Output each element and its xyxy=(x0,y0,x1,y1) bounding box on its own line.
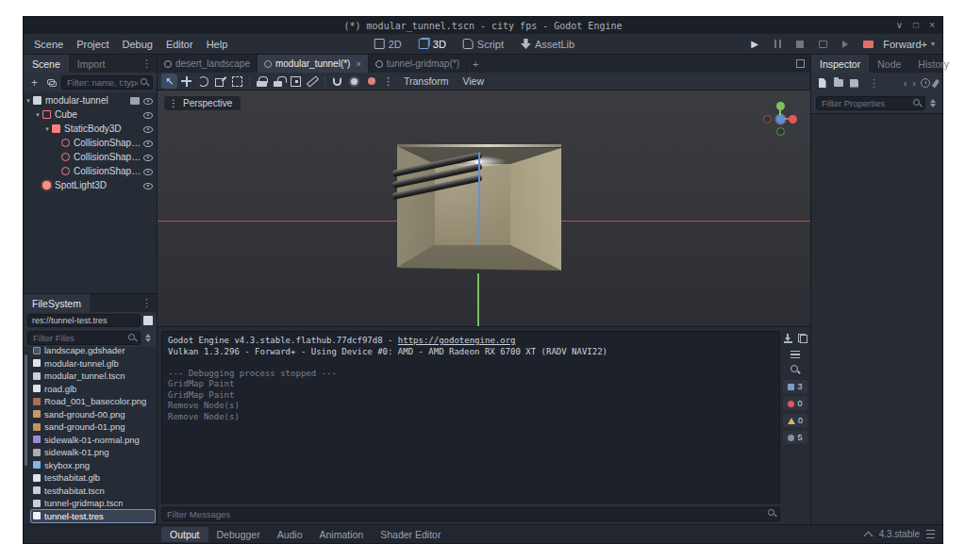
group-button[interactable] xyxy=(288,74,304,89)
view-options-icon[interactable]: ⋮ xyxy=(380,74,396,89)
bottom-tab-animation[interactable]: Animation xyxy=(311,527,373,542)
tab-inspector[interactable]: Inspector xyxy=(811,55,869,73)
list-select-button[interactable] xyxy=(229,74,245,89)
save-log-button[interactable] xyxy=(782,332,794,344)
new-resource-button[interactable] xyxy=(816,77,828,90)
log-link[interactable]: https://godotengine.org xyxy=(398,336,516,345)
gizmo-z-dot[interactable] xyxy=(776,115,785,124)
play-button[interactable]: ▶ xyxy=(747,37,762,52)
viewport-3d[interactable]: ⋮ Perspective xyxy=(158,91,810,326)
file-row[interactable]: modular-tunnel.glb xyxy=(31,357,155,371)
perspective-menu[interactable]: ⋮ Perspective xyxy=(164,96,241,110)
gizmo-x-dot[interactable] xyxy=(789,115,797,124)
filter-log-badge[interactable]: 3 xyxy=(783,380,807,393)
view-axis-gizmo[interactable] xyxy=(763,102,797,136)
scene-tab-modular-tunnel[interactable]: modular_tunnel(*)× xyxy=(258,55,369,73)
mode-script-button[interactable]: Script xyxy=(457,37,510,52)
menu-debug[interactable]: Debug xyxy=(115,37,158,52)
bottom-tab-output[interactable]: Output xyxy=(161,527,208,542)
property-filter-input[interactable] xyxy=(816,96,925,110)
renderer-dropdown[interactable]: Forward+ ▾ xyxy=(883,39,935,50)
snap-button[interactable] xyxy=(329,74,345,89)
visibility-eye-icon[interactable] xyxy=(142,180,154,190)
file-row[interactable]: tunnel-gridmap.tscn xyxy=(31,497,155,510)
pin-icon[interactable] xyxy=(932,78,940,88)
tree-node-modular-tunnel[interactable]: ▾ modular-tunnel xyxy=(24,93,157,107)
gizmo-y-dot[interactable] xyxy=(776,102,785,110)
tree-node-cube[interactable]: ▾ Cube xyxy=(24,107,157,122)
collapse-icon[interactable]: ▾ xyxy=(24,97,33,105)
mode-2d-button[interactable]: 2D xyxy=(368,37,408,52)
inspector-menu-icon[interactable]: ⋮ xyxy=(957,55,965,73)
file-row[interactable]: sand-ground-00.png xyxy=(31,408,155,421)
history-back-icon[interactable]: ‹ xyxy=(903,77,908,89)
preview-sun-button[interactable] xyxy=(346,74,362,89)
minimize-icon[interactable]: ∨ xyxy=(896,21,903,30)
toggle-split-mode-icon[interactable] xyxy=(143,316,153,325)
save-resource-button[interactable] xyxy=(848,77,860,90)
tab-scene[interactable]: Scene xyxy=(24,55,69,73)
gizmo-neg-x-dot[interactable] xyxy=(763,115,772,124)
scene-tab-desert-landscape[interactable]: desert_landscape xyxy=(158,55,258,73)
message-filter-input[interactable] xyxy=(161,507,780,521)
scene-dock-menu-icon[interactable]: ⋮ xyxy=(137,55,157,73)
scene-tab-tunnel-gridmap[interactable]: tunnel-gridmap(*) xyxy=(369,55,467,73)
scale-tool-button[interactable] xyxy=(212,74,228,89)
unlock-button[interactable] xyxy=(271,74,287,89)
filter-error-badge[interactable]: 0 xyxy=(783,397,807,410)
instance-scene-button[interactable] xyxy=(44,75,58,90)
stop-button[interactable] xyxy=(792,37,807,52)
collapse-icon[interactable]: ▾ xyxy=(33,111,42,119)
tree-node-staticbody3d[interactable]: ▾ StaticBody3D xyxy=(24,122,157,136)
movie-maker-button[interactable] xyxy=(860,37,875,52)
ruler-button[interactable] xyxy=(305,74,321,89)
expand-bottom-panel-icon[interactable] xyxy=(865,531,873,538)
sort-files-icon[interactable] xyxy=(143,333,153,343)
maximize-icon[interactable]: □ xyxy=(913,21,919,30)
move-tool-button[interactable] xyxy=(178,74,194,89)
filter-message-badge[interactable]: 5 xyxy=(783,431,807,444)
mode-3d-button[interactable]: 3D xyxy=(412,37,453,52)
view-menu[interactable]: View xyxy=(456,75,491,87)
menu-project[interactable]: Project xyxy=(70,37,115,52)
add-node-button[interactable]: + xyxy=(27,75,42,90)
file-row[interactable]: sidewalk-01-normal.png xyxy=(31,434,155,447)
visibility-eye-icon[interactable] xyxy=(142,124,154,134)
history-forward-icon[interactable]: › xyxy=(911,77,917,89)
load-resource-button[interactable] xyxy=(832,77,844,90)
visibility-eye-icon[interactable] xyxy=(142,95,154,106)
file-row[interactable]: road.glb xyxy=(31,383,155,396)
property-options-icon[interactable] xyxy=(928,98,938,108)
play-scene-button[interactable] xyxy=(838,37,853,52)
file-row-selected[interactable]: tunnel-test.tres xyxy=(31,510,155,523)
collapse-log-button[interactable] xyxy=(790,348,802,360)
lock-button[interactable] xyxy=(254,74,270,89)
file-row[interactable]: landscape.gdshader xyxy=(31,347,155,357)
transform-menu[interactable]: Transform xyxy=(397,75,455,87)
file-row[interactable]: Road_001_basecolor.png xyxy=(31,395,155,408)
tab-history[interactable]: History xyxy=(909,55,957,73)
select-tool-button[interactable]: ↖ xyxy=(161,74,177,89)
close-tab-icon[interactable]: × xyxy=(356,59,360,69)
file-row[interactable]: testhabitat.tscn xyxy=(31,485,155,498)
bottom-tab-shader-editor[interactable]: Shader Editor xyxy=(372,527,449,542)
file-row[interactable]: testhabitat.glb xyxy=(31,471,155,485)
collapse-icon[interactable]: ▾ xyxy=(42,125,52,133)
tree-node-collisionshape3d2[interactable]: CollisionShape3D2 xyxy=(24,150,157,164)
tab-filesystem[interactable]: FileSystem xyxy=(24,294,90,312)
remote-debug-button[interactable] xyxy=(815,37,830,52)
file-filter-input[interactable] xyxy=(27,331,141,345)
bottom-panel-layout-icon[interactable] xyxy=(926,530,935,538)
file-row[interactable]: sand-ground-01.png xyxy=(31,420,155,434)
rotate-tool-button[interactable] xyxy=(195,74,211,89)
search-log-button[interactable] xyxy=(790,364,802,376)
visibility-eye-icon[interactable] xyxy=(142,152,154,162)
tab-import[interactable]: Import xyxy=(69,55,114,73)
bottom-tab-audio[interactable]: Audio xyxy=(269,527,311,542)
menu-editor[interactable]: Editor xyxy=(159,37,200,52)
visibility-eye-icon[interactable] xyxy=(142,138,154,148)
close-icon[interactable]: × xyxy=(929,21,935,30)
tree-node-spotlight3d[interactable]: SpotLight3D xyxy=(24,178,157,192)
resource-options-icon[interactable]: ⋮ xyxy=(864,77,884,90)
file-row[interactable]: modular_tunnel.tscn xyxy=(31,370,155,383)
